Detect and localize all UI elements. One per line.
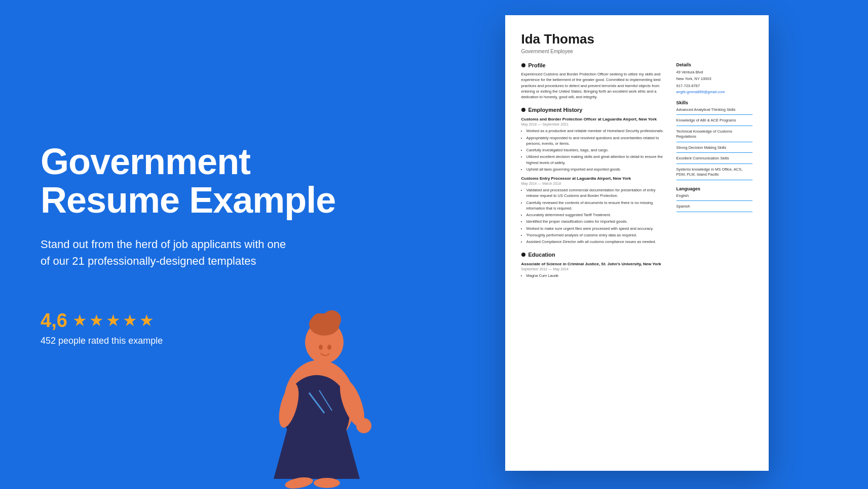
job-1-dates: May 2014 — March 2018 — [521, 182, 668, 185]
page-title: Government Resume Example — [41, 143, 375, 219]
employment-title: Employment History — [529, 107, 583, 113]
employment-section-header: Employment History — [521, 107, 668, 113]
profile-title: Profile — [529, 62, 546, 68]
city: New York, NY 10003 — [676, 76, 752, 82]
bullet: Thoroughly performed analysis of customs… — [526, 232, 668, 238]
skill-4: Excellent Communication Skills — [676, 156, 752, 164]
phone: 917-723-8787 — [676, 83, 752, 89]
education-0: Associate of Science in Criminal Justice… — [521, 262, 668, 278]
svg-point-15 — [319, 345, 323, 350]
job-0-dates: May 2018 — September 2021 — [521, 123, 668, 126]
svg-point-9 — [356, 418, 371, 433]
svg-point-16 — [327, 345, 331, 350]
bullet: Accurately determined suggested Tariff T… — [526, 212, 668, 218]
bullet: Worked as a productive and reliable memb… — [526, 128, 668, 134]
profile-text: Experienced Customs and Border Protectio… — [521, 71, 668, 100]
left-panel: Government Resume Example Stand out from… — [0, 0, 416, 489]
svg-point-14 — [314, 478, 340, 488]
resume-card: Ida Thomas Government Employee Profile E… — [505, 15, 769, 471]
education-section-header: Education — [521, 252, 668, 258]
rating-number: 4,6 — [41, 310, 67, 332]
address: 49 Ventura Blvd — [676, 69, 752, 75]
star-1: ★ — [72, 311, 87, 330]
job-0: Customs and Border Protection Officer at… — [521, 117, 668, 172]
language-1: Spanish — [676, 204, 752, 212]
svg-point-4 — [312, 313, 327, 329]
email: wrght-gmma899@gmail.com — [676, 90, 752, 94]
illustration — [238, 246, 400, 489]
education-icon — [521, 253, 525, 257]
bullet: Utilized excellent decision making skill… — [526, 154, 668, 166]
skill-3: Strong Decision Making Skills — [676, 145, 752, 153]
education-0-dates: September 2012 — May 2014 — [521, 267, 668, 271]
svg-marker-7 — [274, 423, 360, 479]
details-title: Details — [676, 62, 752, 67]
stars-container: ★ ★ ★ ★ ★ — [72, 311, 154, 330]
star-2: ★ — [89, 311, 104, 330]
resume-job-title: Government Employee — [521, 49, 752, 54]
employment-icon — [521, 108, 525, 112]
resume-main: Profile Experienced Customs and Border P… — [521, 62, 668, 282]
right-panel: Ida Thomas Government Employee Profile E… — [416, 0, 868, 489]
bullet: Identified the proper classification cod… — [526, 219, 668, 224]
star-3: ★ — [106, 311, 121, 330]
profile-section-header: Profile — [521, 62, 668, 68]
bullet: Appropriately responded to and resolved … — [526, 135, 668, 147]
resume-name: Ida Thomas — [521, 31, 752, 47]
star-5: ★ — [139, 311, 154, 330]
svg-rect-5 — [317, 361, 330, 372]
bullet: Validated and processed commercial docum… — [526, 187, 668, 199]
bullet: Upheld all laws governing imported and e… — [526, 167, 668, 172]
education-0-bullets: Magna Cum Laude — [521, 273, 668, 278]
languages-title: Languages — [676, 186, 752, 191]
job-1-bullets: Validated and processed commercial docum… — [521, 187, 668, 244]
education-0-degree: Associate of Science in Criminal Justice… — [521, 262, 668, 266]
skill-2: Technical Knowledge of Customs Regulatio… — [676, 129, 752, 142]
resume-sidebar: Details 49 Ventura Blvd New York, NY 100… — [676, 62, 752, 282]
job-1-title: Customs Entry Processor at Laguardia Air… — [521, 176, 668, 181]
skill-1: Knowledge of ABI & ACE Programs — [676, 118, 752, 126]
profile-icon — [521, 63, 525, 67]
skill-0: Advanced Analytical Thinking Skills — [676, 107, 752, 115]
job-0-title: Customs and Border Protection Officer at… — [521, 117, 668, 121]
resume-header: Ida Thomas Government Employee — [521, 31, 752, 54]
resume-body: Profile Experienced Customs and Border P… — [521, 62, 752, 282]
bullet: Magna Cum Laude — [526, 273, 668, 278]
job-0-bullets: Worked as a productive and reliable memb… — [521, 128, 668, 172]
bullet: Carefully investigated travelers, bags, … — [526, 147, 668, 153]
skill-5: Systems knowledge in MS Office, ACS, PDM… — [676, 167, 752, 180]
skills-title: Skills — [676, 100, 752, 105]
bullet: Carefully reviewed the contents of docum… — [526, 200, 668, 212]
education-title: Education — [529, 252, 555, 258]
star-4: ★ — [123, 311, 137, 330]
bullet: Assisted Compliance Director with all cu… — [526, 239, 668, 244]
language-0: English — [676, 193, 752, 201]
bullet: Worked to make sure urgent files were pr… — [526, 226, 668, 231]
job-1: Customs Entry Processor at Laguardia Air… — [521, 176, 668, 244]
